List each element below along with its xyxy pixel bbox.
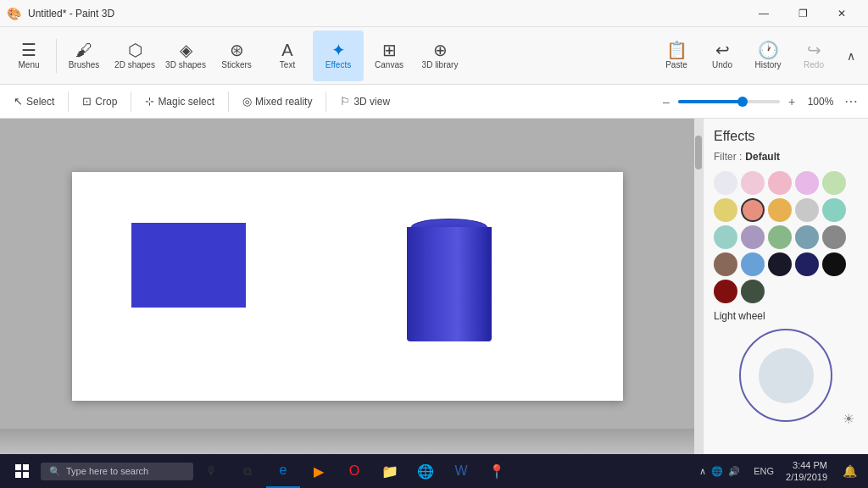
start-button[interactable] bbox=[5, 454, 39, 488]
magic-select-button[interactable]: ⊹ Magic select bbox=[138, 92, 221, 111]
canvas-icon: ⊞ bbox=[382, 42, 397, 58]
taskbar-chrome-button[interactable]: 🌐 bbox=[409, 454, 442, 488]
search-icon: 🔍 bbox=[49, 466, 61, 477]
color-swatch-8[interactable] bbox=[795, 198, 819, 222]
color-swatch-9[interactable] bbox=[822, 198, 846, 222]
taskbar-clock[interactable]: 3:44 PM 2/19/2019 bbox=[781, 459, 832, 484]
brushes-button[interactable]: 🖌 Brushes bbox=[58, 30, 109, 81]
light-wheel-container: ☀ bbox=[714, 329, 858, 422]
color-swatch-16[interactable] bbox=[741, 252, 765, 276]
notifications-icon: 🔔 bbox=[843, 464, 857, 478]
color-swatch-18[interactable] bbox=[795, 252, 819, 276]
color-swatch-11[interactable] bbox=[741, 225, 765, 249]
3d-cylinder-shape[interactable] bbox=[407, 219, 492, 341]
light-wheel-label: Light wheel bbox=[714, 310, 858, 322]
color-swatch-10[interactable] bbox=[714, 225, 737, 249]
effects-panel: Effects Filter : Default bbox=[703, 119, 868, 454]
color-swatch-20[interactable] bbox=[714, 280, 737, 303]
taskbar-task-view-button[interactable]: ⧉ bbox=[231, 454, 264, 488]
color-swatch-21[interactable] bbox=[741, 280, 765, 303]
collapse-toolbar-button[interactable]: ∧ bbox=[837, 30, 865, 81]
zoom-thumb[interactable] bbox=[737, 97, 748, 107]
taskbar-opera-button[interactable]: O bbox=[337, 454, 371, 488]
crop-icon: ⊡ bbox=[82, 95, 92, 108]
color-swatch-5[interactable] bbox=[714, 198, 737, 222]
zoom-in-button[interactable]: + bbox=[783, 93, 800, 110]
color-swatch-12[interactable] bbox=[768, 225, 792, 249]
language-indicator[interactable]: ENG bbox=[750, 466, 777, 476]
tray-up-arrow[interactable]: ∧ bbox=[699, 466, 706, 477]
volume-icon[interactable]: 🔊 bbox=[728, 466, 740, 477]
paste-button[interactable]: 📋 Paste bbox=[654, 30, 698, 81]
color-swatch-13[interactable] bbox=[795, 225, 819, 249]
taskbar-search[interactable]: 🔍 Type here to search bbox=[41, 463, 193, 480]
3d-library-button[interactable]: ⊕ 3D library bbox=[415, 30, 465, 81]
filter-value: Default bbox=[745, 151, 780, 163]
zoom-percent: 100% bbox=[804, 96, 837, 108]
taskbar-word-button[interactable]: W bbox=[444, 454, 478, 488]
color-swatch-0[interactable] bbox=[714, 171, 737, 195]
zoom-more-button[interactable]: ⋯ bbox=[841, 93, 861, 109]
svg-rect-1 bbox=[23, 464, 29, 470]
notifications-button[interactable]: 🔔 bbox=[836, 458, 863, 485]
3d-shapes-button[interactable]: ◈ 3D shapes bbox=[160, 30, 211, 81]
2d-rectangle-shape[interactable] bbox=[131, 223, 246, 308]
svg-rect-3 bbox=[23, 472, 29, 478]
select-button[interactable]: ↖ Select bbox=[7, 92, 61, 111]
stickers-button[interactable]: ⊛ Stickers bbox=[211, 30, 262, 81]
history-button[interactable]: 🕐 History bbox=[746, 30, 790, 81]
color-swatch-19[interactable] bbox=[822, 252, 846, 276]
filter-row: Filter : Default bbox=[714, 151, 858, 163]
zoom-slider[interactable] bbox=[678, 100, 780, 103]
menu-button[interactable]: ☰ Menu bbox=[3, 30, 54, 81]
taskbar: 🔍 Type here to search 🎙 ⧉ e ▶ O 📁 🌐 W 📍 … bbox=[0, 454, 868, 488]
redo-icon: ↪ bbox=[807, 42, 821, 58]
zoom-control: – + 100% ⋯ bbox=[658, 93, 861, 110]
taskbar-cortana-button[interactable]: 🎙 bbox=[195, 454, 229, 488]
crop-button[interactable]: ⊡ Crop bbox=[75, 92, 124, 111]
zoom-out-button[interactable]: – bbox=[658, 93, 675, 110]
undo-button[interactable]: ↩ Undo bbox=[700, 30, 744, 81]
color-swatch-14[interactable] bbox=[822, 225, 846, 249]
text-button[interactable]: A Text bbox=[262, 30, 313, 81]
system-tray: ∧ 🌐 🔊 bbox=[693, 466, 747, 477]
light-wheel-outer[interactable] bbox=[739, 329, 832, 422]
canvas-button[interactable]: ⊞ Canvas bbox=[364, 30, 415, 81]
taskbar-maps-button[interactable]: 📍 bbox=[480, 454, 514, 488]
color-swatch-4[interactable] bbox=[822, 171, 846, 195]
svg-rect-0 bbox=[15, 464, 21, 470]
canvas-area[interactable] bbox=[0, 119, 694, 454]
minimize-button[interactable]: — bbox=[744, 0, 783, 27]
clock-date: 2/19/2019 bbox=[786, 471, 827, 483]
mixed-reality-button[interactable]: ◎ Mixed reality bbox=[236, 92, 319, 111]
color-swatch-6[interactable] bbox=[741, 198, 765, 222]
filter-label: Filter : bbox=[714, 151, 742, 163]
scrollbar-thumb[interactable] bbox=[695, 136, 702, 169]
clock-time: 3:44 PM bbox=[793, 459, 827, 471]
main-content: Effects Filter : Default bbox=[0, 119, 868, 454]
color-swatch-17[interactable] bbox=[768, 252, 792, 276]
view-bar: ↖ Select ⊡ Crop ⊹ Magic select ◎ Mixed r… bbox=[0, 85, 868, 119]
app-icon: 🎨 bbox=[7, 7, 21, 20]
color-swatch-7[interactable] bbox=[768, 198, 792, 222]
color-swatch-15[interactable] bbox=[714, 252, 737, 276]
canvas-scrollbar[interactable] bbox=[694, 119, 703, 454]
2d-shapes-button[interactable]: ⬡ 2D shapes bbox=[109, 30, 160, 81]
color-swatch-3[interactable] bbox=[795, 171, 819, 195]
3d-view-button[interactable]: ⚐ 3D view bbox=[333, 92, 397, 111]
viewbar-separator-2 bbox=[131, 92, 131, 112]
redo-button[interactable]: ↪ Redo bbox=[792, 30, 836, 81]
viewbar-separator-1 bbox=[68, 92, 69, 112]
taskbar-explorer-button[interactable]: 📁 bbox=[373, 454, 407, 488]
network-icon: 🌐 bbox=[711, 466, 723, 477]
search-placeholder: Type here to search bbox=[66, 466, 148, 476]
taskbar-vlc-button[interactable]: ▶ bbox=[302, 454, 336, 488]
effects-button[interactable]: ✦ Effects bbox=[313, 30, 364, 81]
taskbar-edge-button[interactable]: e bbox=[266, 454, 300, 488]
color-swatch-1[interactable] bbox=[741, 171, 765, 195]
zoom-fill bbox=[678, 100, 739, 103]
color-swatch-2[interactable] bbox=[768, 171, 792, 195]
window-title: Untitled* - Paint 3D bbox=[28, 8, 114, 19]
close-button[interactable]: ✕ bbox=[822, 0, 861, 27]
restore-button[interactable]: ❐ bbox=[783, 0, 822, 27]
